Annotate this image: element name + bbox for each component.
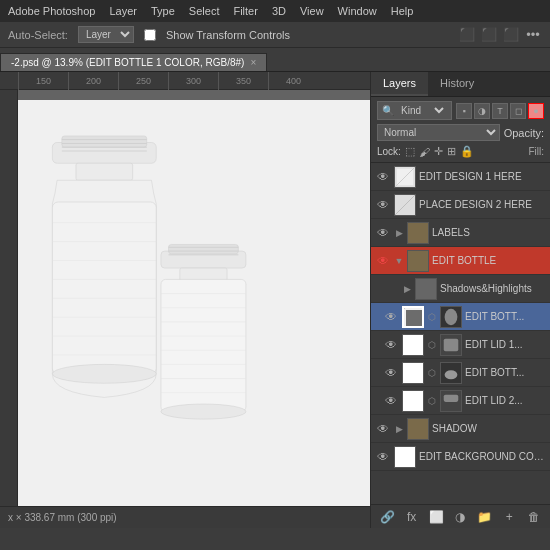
lock-all-icon[interactable]: 🔒 [460, 145, 474, 158]
link-edit-lid-2[interactable]: ⬡ [427, 393, 437, 409]
eye-edit-lid-2[interactable]: 👁 [383, 393, 399, 409]
canvas-background [18, 100, 370, 506]
layer-list: 👁 EDIT DESIGN 1 HERE 👁 [371, 163, 550, 504]
expand-labels[interactable]: ▶ [394, 228, 404, 238]
layer-edit-design-1[interactable]: 👁 EDIT DESIGN 1 HERE [371, 163, 550, 191]
layer-name-edit-bg: EDIT BACKGROUND COLO... [419, 451, 546, 462]
svg-rect-37 [444, 338, 459, 351]
filter-kind-box[interactable]: 🔍 Kind Name Effect Mode [377, 101, 452, 120]
adjustment-layer-icon[interactable]: ◑ [450, 507, 470, 527]
thumb-labels [407, 222, 429, 244]
tab-history[interactable]: History [428, 72, 486, 96]
tab-bar: -2.psd @ 13.9% (EDIT BOTTLE 1 COLOR, RGB… [0, 48, 550, 72]
link-edit-bott-2[interactable]: ⬡ [427, 365, 437, 381]
layer-shadow[interactable]: 👁 ▶ SHADOW [371, 415, 550, 443]
eye-shadows-highlights[interactable]: 👁 [383, 281, 399, 297]
layer-labels[interactable]: 👁 ▶ LABELS [371, 219, 550, 247]
eye-edit-design-1[interactable]: 👁 [375, 169, 391, 185]
tab-layers[interactable]: Layers [371, 72, 428, 96]
layer-name-edit-lid-2: EDIT LID 2... [465, 395, 546, 406]
auto-select-label: Auto-Select: [8, 29, 68, 41]
layer-edit-bottle[interactable]: 👁 ▼ EDIT BOTTLE [371, 247, 550, 275]
filter-pixel-icon[interactable]: ▪ [456, 103, 472, 119]
filter-icons-group: ▪ ◑ T ◻ ● [456, 103, 544, 119]
menu-help[interactable]: Help [391, 5, 414, 17]
canvas-area[interactable]: 150 200 250 300 350 400 [0, 72, 370, 528]
svg-point-21 [161, 404, 246, 419]
ruler-mark-300: 300 [168, 72, 218, 90]
lock-row: Lock: ⬚ 🖌 ✛ ⊞ 🔒 Fill: [377, 145, 544, 158]
menu-filter[interactable]: Filter [233, 5, 257, 17]
menu-photoshop[interactable]: Adobe Photoshop [8, 5, 95, 17]
link-layers-icon[interactable]: 🔗 [377, 507, 397, 527]
eye-edit-lid-1[interactable]: 👁 [383, 337, 399, 353]
layer-name-edit-bott-1: EDIT BOTT... [465, 311, 546, 322]
link-edit-bott-1[interactable]: ⬡ [427, 309, 437, 325]
new-layer-icon[interactable]: + [499, 507, 519, 527]
eye-edit-bott-2[interactable]: 👁 [383, 365, 399, 381]
eye-labels[interactable]: 👁 [375, 225, 391, 241]
link-edit-lid-1[interactable]: ⬡ [427, 337, 437, 353]
more-options-icon[interactable]: ••• [524, 26, 542, 44]
thumb-edit-lid-2 [402, 390, 424, 412]
tab-close-button[interactable]: × [250, 57, 256, 68]
thumb-edit-design-1 [394, 166, 416, 188]
auto-select-dropdown[interactable]: Layer Group [78, 26, 134, 43]
ruler-mark-200: 200 [68, 72, 118, 90]
status-bar: x × 338.67 mm (300 ppi) [0, 506, 370, 528]
eye-place-design-2[interactable]: 👁 [375, 197, 391, 213]
layer-shadows-highlights[interactable]: 👁 ▶ Shadows&Highlights [371, 275, 550, 303]
blend-mode-select[interactable]: Normal Multiply Screen Overlay [377, 124, 500, 141]
expand-shadows-highlights[interactable]: ▶ [402, 284, 412, 294]
svg-point-36 [445, 308, 458, 324]
canvas-viewport [18, 90, 370, 506]
panel-tabs: Layers History [371, 72, 550, 97]
menu-type[interactable]: Type [151, 5, 175, 17]
filter-kind-select[interactable]: Kind Name Effect Mode [397, 104, 447, 117]
expand-shadow[interactable]: ▶ [394, 424, 404, 434]
layer-name-edit-lid-1: EDIT LID 1... [465, 339, 546, 350]
layer-edit-bott-1[interactable]: 👁 ⬡ EDIT BOTT... [371, 303, 550, 331]
align-center-icon[interactable]: ⬛ [480, 26, 498, 44]
menu-window[interactable]: Window [338, 5, 377, 17]
menu-layer[interactable]: Layer [109, 5, 137, 17]
filter-adjustment-icon[interactable]: ◑ [474, 103, 490, 119]
filter-shape-icon[interactable]: ◻ [510, 103, 526, 119]
thumb2-edit-bott-2 [440, 362, 462, 384]
new-group-icon[interactable]: 📁 [475, 507, 495, 527]
thumb-edit-bottle [407, 250, 429, 272]
lock-brush-icon[interactable]: 🖌 [419, 146, 430, 158]
show-transform-label: Show Transform Controls [166, 29, 290, 41]
expand-edit-bottle[interactable]: ▼ [394, 256, 404, 266]
layer-edit-bg[interactable]: 👁 EDIT BACKGROUND COLO... [371, 443, 550, 471]
menu-select[interactable]: Select [189, 5, 220, 17]
layer-edit-lid-2[interactable]: 👁 ⬡ EDIT LID 2... [371, 387, 550, 415]
delete-layer-icon[interactable]: 🗑 [524, 507, 544, 527]
align-right-icon[interactable]: ⬛ [502, 26, 520, 44]
align-icons: ⬛ ⬛ ⬛ ••• [458, 26, 542, 44]
align-left-icon[interactable]: ⬛ [458, 26, 476, 44]
layer-name-labels: LABELS [432, 227, 546, 238]
layer-place-design-2[interactable]: 👁 PLACE DESIGN 2 HERE [371, 191, 550, 219]
menu-3d[interactable]: 3D [272, 5, 286, 17]
layer-controls: 🔍 Kind Name Effect Mode ▪ ◑ T ◻ ● [371, 97, 550, 163]
layer-edit-bott-2[interactable]: 👁 ⬡ EDIT BOTT... [371, 359, 550, 387]
lock-move-icon[interactable]: ✛ [434, 145, 443, 158]
menu-view[interactable]: View [300, 5, 324, 17]
eye-shadow[interactable]: 👁 [375, 421, 391, 437]
fx-icon[interactable]: fx [402, 507, 422, 527]
eye-edit-bg[interactable]: 👁 [375, 449, 391, 465]
eye-edit-bottle[interactable]: 👁 [375, 253, 391, 269]
filter-type-icon[interactable]: T [492, 103, 508, 119]
add-mask-icon[interactable]: ⬜ [426, 507, 446, 527]
eye-edit-bott-1[interactable]: 👁 [383, 309, 399, 325]
show-transform-checkbox[interactable] [144, 29, 156, 41]
ruler-top: 150 200 250 300 350 400 [0, 72, 370, 90]
filter-toggle-icon[interactable]: ● [528, 103, 544, 119]
layer-edit-lid-1[interactable]: 👁 ⬡ EDIT LID 1... [371, 331, 550, 359]
document-tab[interactable]: -2.psd @ 13.9% (EDIT BOTTLE 1 COLOR, RGB… [0, 53, 267, 71]
lock-artboard-icon[interactable]: ⊞ [447, 145, 456, 158]
thumb2-edit-lid-2 [440, 390, 462, 412]
thumb2-edit-lid-1 [440, 334, 462, 356]
lock-transparent-icon[interactable]: ⬚ [405, 145, 415, 158]
